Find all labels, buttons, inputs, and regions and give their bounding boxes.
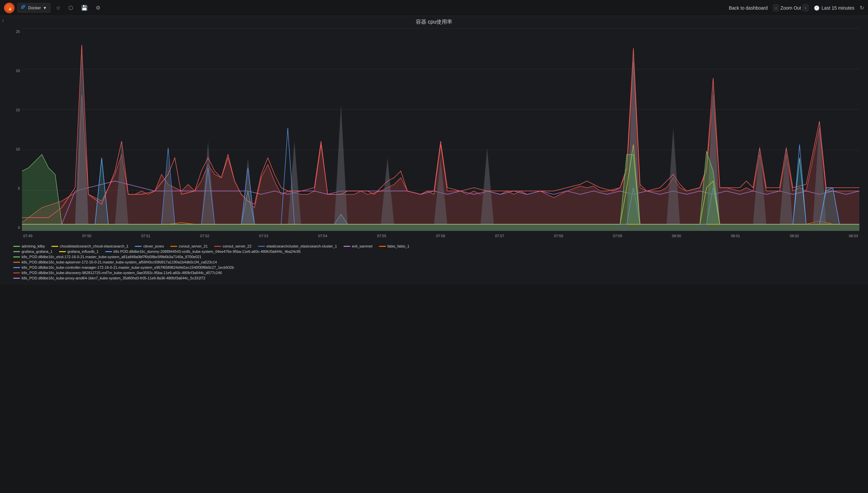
legend-color-fabio	[379, 246, 386, 247]
legend-label-elasticsearch-cluster: elasticsearchcluster_elasicsearch-cluste…	[267, 244, 337, 248]
legend-row-1: admiring_kilby choutielasticsearch_chout…	[13, 244, 855, 248]
legend-color-grafana-influxdb	[59, 251, 66, 252]
svg-marker-18	[481, 148, 494, 224]
legend-item-chouti[interactable]: choutielasticsearch_chouti-elasicsearch_…	[51, 244, 128, 248]
svg-rect-3	[23, 6, 24, 7]
legend-label-k8s-pod-apiserver: k8s_POD.d8dbe16c_kube-apiserver-172-16-0…	[22, 260, 217, 264]
svg-rect-5	[23, 5, 24, 6]
svg-rect-6	[24, 5, 25, 6]
svg-marker-20	[666, 128, 680, 224]
legend-row-7: k8s_POD.d8dbe16c_kube-proxy-amd64-1kkn7_…	[13, 276, 855, 280]
legend-row-6: k8s_POD.d8dbe16c_kube-discovery-98281272…	[13, 271, 855, 275]
clock-icon: 🕐	[814, 5, 820, 10]
legend-color-clever-jones	[135, 246, 142, 247]
x-label-0751: 07:51	[141, 234, 151, 238]
x-label-0752: 07:52	[200, 234, 209, 238]
y-label-15: 15	[16, 108, 20, 112]
y-label-20: 20	[16, 69, 20, 73]
x-label-0801: 08:01	[731, 234, 740, 238]
legend-color-k8s-pod-dummy	[105, 251, 112, 252]
legend-row-4: k8s_POD.d8dbe16c_kube-apiserver-172-16-0…	[13, 260, 855, 264]
legend-item-k8s-pod-apiserver[interactable]: k8s_POD.d8dbe16c_kube-apiserver-172-16-0…	[13, 260, 217, 264]
settings-button[interactable]: ⚙	[93, 3, 103, 13]
legend-label-evil-sammet: evil_sammet	[352, 244, 373, 248]
zoom-out-label: Zoom Out	[780, 5, 801, 10]
y-label-0: 0	[18, 226, 20, 230]
legend-item-grafana-influxdb[interactable]: grafana_influxdb_1	[59, 250, 99, 254]
legend-label-k8s-pod-discovery: k8s_POD.d8dbe16c_kube-discovery-98281272…	[22, 271, 222, 275]
legend-label-fabio: fabio_fabio_1	[387, 244, 409, 248]
legend-item-admiring-kilby[interactable]: admiring_kilby	[13, 244, 45, 248]
save-button[interactable]: 💾	[79, 3, 90, 13]
star-button[interactable]: ☆	[53, 3, 63, 13]
legend-label-consul-21: consul_server_21	[179, 244, 208, 248]
zoom-next-button[interactable]: ›	[803, 4, 808, 11]
legend-item-evil-sammet[interactable]: evil_sammet	[344, 244, 373, 248]
legend-item-k8s-pod-discovery[interactable]: k8s_POD.d8dbe16c_kube-discovery-98281272…	[13, 271, 222, 275]
share-button[interactable]: ⬡	[66, 3, 76, 13]
legend-item-k8s-pod-etcd[interactable]: k8s_POD.d8dbe16c_etcd-172-16-0-21.master…	[13, 255, 202, 259]
legend-item-grafana-grafana[interactable]: grafana_grafana_1	[13, 250, 52, 254]
x-label-0757: 07:57	[495, 234, 505, 238]
legend-item-k8s-pod-dummy[interactable]: k8s POD.d8dbe16c_dummy-2088944543-vzdfz_…	[105, 250, 301, 254]
x-label-0756: 07:56	[436, 234, 445, 238]
legend-area: admiring_kilby choutielasticsearch_chout…	[0, 241, 868, 285]
time-range-display[interactable]: 🕐 Last 15 minutes	[814, 5, 854, 10]
svg-marker-15	[334, 105, 347, 224]
docker-label: Docker	[28, 6, 41, 10]
back-to-dashboard-link[interactable]: Back to dashboard	[729, 5, 768, 10]
legend-color-k8s-pod-controller	[13, 267, 20, 268]
y-label-10: 10	[16, 147, 20, 151]
refresh-button[interactable]: ↻	[860, 5, 864, 11]
legend-item-consul-21[interactable]: consul_server_21	[170, 244, 208, 248]
grafana-logo[interactable]: 🔥	[4, 3, 15, 13]
svg-rect-2	[21, 6, 22, 7]
svg-text:🔥: 🔥	[8, 6, 13, 10]
x-label-0759: 07:59	[613, 234, 622, 238]
legend-item-fabio[interactable]: fabio_fabio_1	[379, 244, 409, 248]
legend-color-elasticsearch-cluster	[258, 246, 265, 247]
svg-rect-4	[24, 6, 25, 7]
legend-item-k8s-pod-controller[interactable]: k8s_POD.d8dbe16c_kube-controller-manager…	[13, 265, 234, 270]
legend-item-clever-jones[interactable]: clever_jones	[135, 244, 164, 248]
svg-rect-8	[23, 8, 24, 9]
chart-title: 容器 cpu使用率	[0, 19, 868, 26]
legend-label-chouti: choutielasticsearch_chouti-elasicsearch_…	[60, 244, 128, 248]
x-label-0800: 08:00	[672, 234, 681, 238]
legend-label-k8s-pod-dummy: k8s POD.d8dbe16c_dummy-2088944543-vzdfz_…	[114, 250, 301, 254]
chart-wrap: 25 20 15 10 5 0	[9, 28, 859, 241]
legend-label-k8s-pod-controller: k8s_POD.d8dbe16c_kube-controller-manager…	[22, 265, 234, 270]
legend-item-consul-22[interactable]: consul_server_22	[214, 244, 252, 248]
y-label-5: 5	[18, 186, 20, 190]
x-label-0755: 07:55	[377, 234, 386, 238]
y-label-25: 25	[16, 29, 20, 34]
x-label-0749: 07:49	[23, 234, 33, 238]
legend-color-k8s-pod-apiserver	[13, 262, 20, 263]
topnav-right: Back to dashboard ‹ Zoom Out › 🕐 Last 15…	[729, 4, 864, 11]
legend-color-admiring-kilby	[13, 246, 20, 247]
topnav: 🔥 Docker ▼ ☆ ⬡ 💾 ⚙ Back to dashboard ‹ Z…	[0, 0, 868, 16]
legend-color-k8s-pod-proxy	[13, 278, 20, 279]
svg-rect-7	[21, 8, 22, 9]
legend-item-k8s-pod-proxy[interactable]: k8s_POD.d8dbe16c_kube-proxy-amd64-1kkn7_…	[13, 276, 205, 280]
x-label-0758: 07:58	[554, 234, 563, 238]
plot-area	[22, 28, 859, 231]
x-label-0753: 07:53	[259, 234, 269, 238]
chart-svg	[22, 28, 859, 231]
legend-label-grafana-influxdb: grafana_influxdb_1	[67, 250, 99, 254]
legend-color-k8s-pod-discovery	[13, 273, 20, 273]
time-range-label: Last 15 minutes	[822, 5, 854, 10]
legend-color-grafana-grafana	[13, 251, 20, 252]
legend-color-consul-21	[170, 246, 177, 247]
legend-label-k8s-pod-proxy: k8s_POD.d8dbe16c_kube-proxy-amd64-1kkn7_…	[22, 276, 205, 280]
zoom-prev-button[interactable]: ‹	[773, 4, 779, 11]
docker-icon	[21, 5, 26, 11]
legend-label-admiring-kilby: admiring_kilby	[22, 244, 45, 248]
chart-panel: i 容器 cpu使用率 25 20 15 10 5 0	[0, 16, 868, 285]
dropdown-arrow-icon: ▼	[43, 6, 47, 10]
x-label-0750: 07:50	[82, 234, 91, 238]
legend-item-elasticsearch-cluster[interactable]: elasticsearchcluster_elasicsearch-cluste…	[258, 244, 337, 248]
docker-dropdown[interactable]: Docker ▼	[17, 3, 50, 13]
x-axis: 07:49 07:50 07:51 07:52 07:53 07:54 07:5…	[22, 231, 859, 241]
legend-label-consul-22: consul_server_22	[223, 244, 252, 248]
